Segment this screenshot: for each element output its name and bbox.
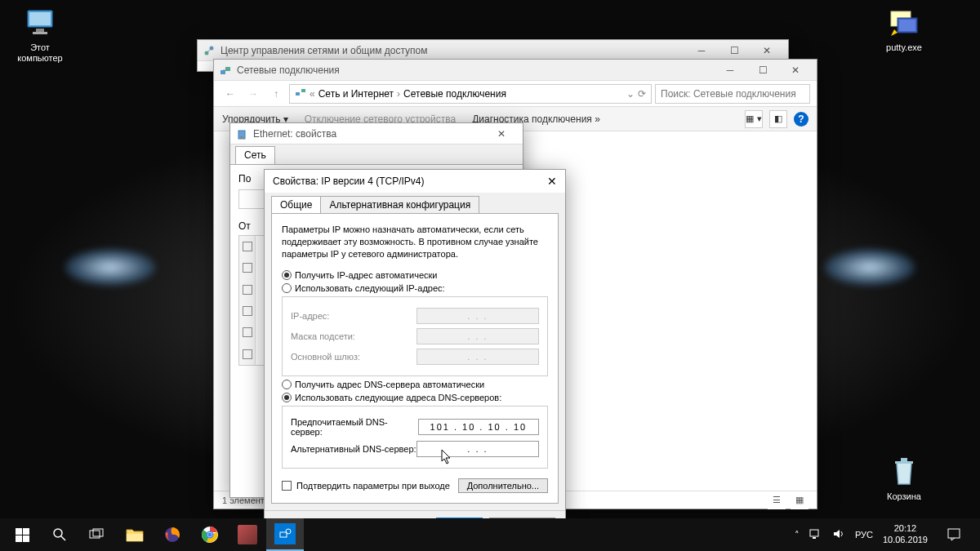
desktop-icon-label: Корзина [874, 491, 934, 502]
taskbar-file-explorer[interactable] [116, 518, 154, 551]
desktop-icon-label: putty.exe [874, 42, 934, 53]
ipv4-general-panel: Параметры IP можно назначать автоматичес… [271, 213, 559, 504]
svg-rect-3 [33, 32, 47, 34]
preferred-dns-label: Предпочитаемый DNS-сервер: [291, 417, 418, 437]
details-view-icon[interactable]: ☰ [768, 491, 786, 509]
network-connections-icon [219, 64, 232, 77]
desktop-icon-this-pc[interactable]: Этот компьютер [10, 7, 70, 64]
tab-general[interactable]: Общие [271, 196, 321, 214]
svg-rect-18 [23, 528, 29, 535]
refresh-icon[interactable]: ⟳ [638, 88, 646, 100]
search-button[interactable] [41, 518, 78, 551]
radio-icon [282, 270, 292, 280]
recycle-bin-icon [888, 455, 920, 488]
radio-use-dns-manual[interactable]: Использовать следующие адреса DNS-сервер… [282, 393, 548, 402]
ip-address-input: . . . [416, 308, 539, 324]
view-options-button[interactable]: ▦ ▾ [745, 110, 763, 128]
svg-rect-13 [296, 92, 300, 96]
svg-rect-7 [895, 461, 913, 464]
alternate-dns-input[interactable]: . . . [416, 441, 539, 457]
system-tray: ˄ РУС 20:12 10.06.2019 [795, 518, 977, 551]
dialog-title: Свойства: IP версии 4 (TCP/IPv4) [273, 176, 425, 187]
svg-rect-1 [29, 12, 51, 25]
svg-rect-33 [813, 537, 816, 539]
svg-point-29 [207, 532, 212, 536]
subnet-mask-input: . . . [416, 328, 539, 344]
preferred-dns-input[interactable]: 101 . 10 . 10 . 10 [418, 419, 539, 435]
svg-rect-14 [301, 89, 305, 92]
large-icons-view-icon[interactable]: ▦ [791, 491, 808, 509]
taskbar-settings[interactable] [266, 518, 304, 551]
action-center-button[interactable] [938, 518, 970, 551]
start-button[interactable] [3, 518, 41, 551]
close-button[interactable]: ✕ [485, 123, 518, 144]
svg-rect-6 [899, 20, 915, 31]
validate-checkbox[interactable] [282, 481, 292, 491]
radio-obtain-dns-auto[interactable]: Получить адрес DNS-сервера автоматически [282, 380, 548, 389]
window-title: Ethernet: свойства [253, 128, 485, 140]
svg-rect-16 [240, 136, 243, 139]
help-icon[interactable]: ? [794, 112, 808, 127]
taskbar[interactable]: ˄ РУС 20:12 10.06.2019 [0, 518, 980, 551]
maximize-button[interactable]: ☐ [746, 60, 779, 81]
svg-rect-24 [127, 534, 143, 541]
advanced-button[interactable]: Дополнительно... [458, 478, 548, 493]
putty-icon [888, 7, 920, 39]
network-icon [295, 87, 306, 100]
chevron-right-icon: « [310, 88, 315, 100]
dropdown-icon[interactable]: ⌄ [626, 88, 635, 100]
desktop-icon-label: Этот компьютер [10, 42, 70, 64]
dns-fields-group: Предпочитаемый DNS-сервер: 101 . 10 . 10… [282, 406, 548, 469]
maximize-button[interactable]: ☐ [718, 40, 751, 61]
nav-up-button[interactable]: ↑ [266, 84, 286, 104]
window-title: Сетевые подключения [237, 64, 714, 76]
breadcrumb[interactable]: « Сеть и Интернет › Сетевые подключения … [289, 84, 652, 104]
radio-obtain-ip-auto[interactable]: Получить IP-адрес автоматически [282, 270, 548, 280]
minimize-button[interactable]: ─ [714, 60, 746, 81]
svg-rect-32 [810, 530, 818, 536]
radio-use-ip-manual[interactable]: Использовать следующий IP-адрес: [282, 283, 548, 293]
tray-language[interactable]: РУС [855, 530, 873, 540]
minimize-button[interactable]: ─ [685, 40, 718, 61]
ethernet-icon [235, 127, 248, 140]
chevron-right-icon: › [397, 88, 400, 100]
ipv4-description: Параметры IP можно назначать автоматичес… [282, 224, 548, 260]
svg-rect-11 [220, 70, 225, 74]
desktop[interactable]: Этот компьютер putty.exe Корзина Центр у… [0, 0, 980, 551]
ip-address-label: IP-адрес: [291, 311, 329, 321]
close-button[interactable]: ✕ [547, 175, 557, 188]
close-button[interactable]: ✕ [779, 60, 812, 81]
svg-rect-30 [280, 532, 287, 537]
desktop-icon-putty[interactable]: putty.exe [874, 7, 934, 53]
svg-rect-34 [948, 529, 960, 538]
address-toolbar: ← → ↑ « Сеть и Интернет › Сетевые подклю… [214, 81, 817, 107]
desktop-icon-recycle-bin[interactable]: Корзина [874, 455, 934, 502]
network-icon [203, 44, 216, 57]
breadcrumb-segment[interactable]: Сетевые подключения [403, 88, 506, 100]
nav-forward-button[interactable]: → [243, 84, 263, 104]
preview-pane-button[interactable]: ◧ [769, 110, 787, 128]
tab-network[interactable]: Сеть [235, 146, 275, 164]
radio-icon [282, 380, 292, 389]
nav-back-button[interactable]: ← [220, 84, 240, 104]
taskbar-app-pinned[interactable] [229, 518, 266, 551]
svg-rect-17 [16, 528, 22, 535]
breadcrumb-segment[interactable]: Сеть и Интернет [318, 88, 394, 100]
close-button[interactable]: ✕ [751, 40, 783, 61]
taskbar-chrome[interactable] [191, 518, 229, 551]
alternate-dns-label: Альтернативный DNS-сервер: [291, 444, 416, 454]
radio-icon [282, 283, 292, 293]
search-input[interactable] [655, 84, 810, 104]
window-title: Центр управления сетями и общим доступом [220, 45, 685, 56]
task-view-button[interactable] [78, 518, 116, 551]
tray-network-icon[interactable] [809, 528, 822, 541]
tray-volume-icon[interactable] [832, 528, 845, 541]
taskbar-firefox[interactable] [154, 518, 191, 551]
tray-clock[interactable]: 20:12 10.06.2019 [883, 523, 928, 546]
gateway-input: . . . [416, 349, 539, 365]
subnet-mask-label: Маска подсети: [291, 331, 355, 341]
dialog-ipv4-properties[interactable]: Свойства: IP версии 4 (TCP/IPv4) ✕ Общие… [264, 169, 566, 522]
radio-icon [282, 393, 292, 402]
tab-alternate-config[interactable]: Альтернативная конфигурация [321, 196, 479, 214]
tray-expand-icon[interactable]: ˄ [795, 530, 800, 540]
